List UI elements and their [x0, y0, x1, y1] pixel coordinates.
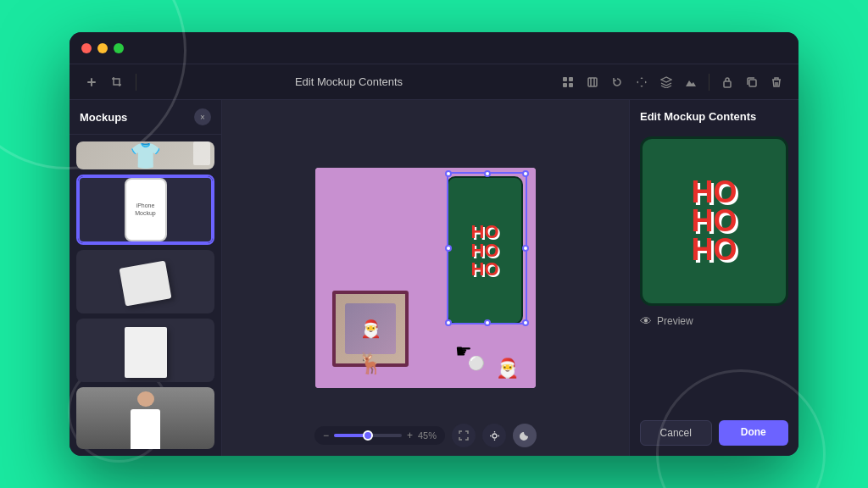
paper-shape	[125, 327, 167, 378]
sidebar-items-list: 👕 iPhoneMockup	[70, 135, 221, 456]
eye-icon: 👁	[640, 314, 652, 328]
santa-hat-icon: 🎅	[496, 358, 519, 380]
panel-title: Edit Mockup Contents	[640, 110, 788, 123]
preview-row[interactable]: 👁 Preview	[640, 314, 788, 328]
svg-rect-4	[563, 83, 567, 87]
sidebar-item-tshirt[interactable]: 👕	[76, 141, 214, 169]
moon-icon-button[interactable]	[513, 424, 537, 447]
svg-rect-3	[569, 77, 573, 81]
svg-rect-5	[569, 83, 573, 87]
duplicate-icon[interactable]	[742, 72, 762, 92]
svg-point-9	[492, 434, 497, 438]
mountain-icon[interactable]	[681, 72, 701, 92]
handle-middle-right[interactable]	[522, 245, 529, 252]
sidebar-item-iphone[interactable]: iPhoneMockup	[76, 175, 214, 245]
scene-content: 🎅 🦌 ⚪ 🎅 HO	[315, 168, 536, 388]
sun-icon-button[interactable]	[482, 424, 506, 447]
toolbar-title: Edit Mockup Contents	[145, 75, 553, 88]
handle-top-right[interactable]	[522, 170, 529, 177]
trash-icon[interactable]	[766, 72, 787, 92]
phone-outline: iPhoneMockup	[125, 178, 167, 241]
zoom-track[interactable]	[334, 434, 402, 437]
zoom-bar: − + 45%	[314, 426, 445, 445]
person-body	[131, 409, 160, 449]
grid-icon[interactable]	[558, 72, 578, 92]
zoom-thumb[interactable]	[363, 430, 373, 441]
person-head	[137, 391, 154, 408]
move-icon[interactable]	[632, 72, 652, 92]
zoom-out-button[interactable]: −	[323, 430, 329, 441]
svg-rect-6	[588, 78, 597, 86]
layers-icon[interactable]	[656, 72, 676, 92]
hoho-text: HO HO HO	[471, 223, 499, 279]
svg-rect-2	[563, 77, 567, 81]
fullscreen-button[interactable]	[452, 424, 476, 447]
panel-hoho-text: HOHOHO	[692, 178, 737, 265]
canvas-container: 🎅 🦌 ⚪ 🎅 HO	[315, 168, 536, 388]
ornament-icon: ⚪	[468, 355, 485, 371]
person-thumbnail	[76, 387, 214, 449]
sidebar-item-notebook[interactable]	[76, 250, 214, 313]
svg-rect-7	[724, 81, 731, 87]
canvas-area[interactable]: 🎅 🦌 ⚪ 🎅 HO	[222, 100, 629, 456]
toolbar-right-icons	[558, 72, 787, 92]
phone-label: iPhoneMockup	[135, 202, 156, 217]
sidebar-item-person[interactable]	[76, 387, 214, 449]
zoom-in-button[interactable]: +	[407, 430, 413, 441]
tshirt-thumbnail: 👕	[76, 141, 214, 169]
handle-top-left[interactable]	[445, 170, 452, 177]
preview-label: Preview	[657, 315, 693, 327]
panel-phone-preview: HOHOHO	[640, 136, 788, 306]
sidebar: Mockups × 👕 iPhoneMockup	[70, 100, 222, 456]
canvas-bottom-bar: − + 45%	[314, 424, 537, 447]
svg-rect-8	[749, 80, 756, 86]
toolbar-divider-2	[709, 74, 709, 91]
handle-bottom-right[interactable]	[522, 319, 529, 326]
sidebar-close-button[interactable]: ×	[194, 108, 211, 125]
paper-thumbnail	[76, 319, 214, 382]
hoho-display: HO HO HO	[471, 223, 499, 279]
canvas-phone-mockup: HO HO HO	[447, 176, 523, 324]
notebook-thumbnail	[76, 250, 214, 313]
notebook-shape	[120, 261, 172, 307]
sidebar-item-paper[interactable]	[76, 319, 214, 382]
iphone-thumbnail: iPhoneMockup	[78, 176, 213, 243]
rotate-icon[interactable]	[607, 72, 627, 92]
resize-icon[interactable]	[582, 72, 603, 92]
reindeer-icon: 🦌	[358, 352, 383, 375]
zoom-percent-label: 45%	[418, 430, 437, 441]
lock-icon[interactable]	[717, 72, 737, 92]
zoom-fill	[334, 434, 364, 437]
